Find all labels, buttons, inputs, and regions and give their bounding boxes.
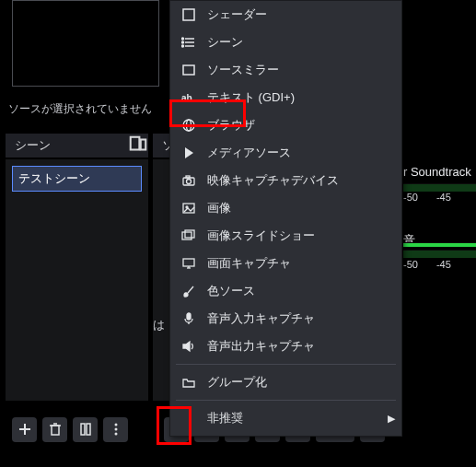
menu-item-display-capture[interactable]: 画面キャプチャ [170,250,401,277]
svg-text:ab: ab [181,93,192,103]
menu-label: 音声入力キャプチャ [207,310,401,327]
sources-title: ソ [162,137,169,154]
play-icon [181,146,196,160]
menu-label: 画像 [207,200,401,216]
svg-rect-4 [52,426,59,435]
list-icon [181,35,196,50]
status-text: ソースが選択されていません [8,98,156,120]
svg-rect-44 [185,230,194,238]
tick-value: -50 [403,259,418,270]
svg-rect-45 [183,259,194,266]
menu-label: 音声出力キャプチャ [207,338,401,355]
svg-rect-7 [81,424,85,435]
brush-icon [181,284,196,298]
menu-label: ブラウザ [207,117,401,134]
menu-label: シーン [207,34,401,51]
sources-list [153,159,169,401]
scenes-panel-header: シーン [6,134,148,158]
monitor-icon [181,256,196,271]
menu-item-source-mirror[interactable]: ソースミラー [170,56,401,84]
speaker-icon [181,339,196,354]
menu-item-color-source[interactable]: 色ソース [170,277,401,305]
scene-item-selected[interactable]: テストシーン [12,166,142,192]
menu-item-video-capture[interactable]: 映像キャプチャデバイス [170,167,401,194]
menu-separator [176,400,396,401]
svg-rect-32 [183,65,194,75]
menu-label: グループ化 [207,374,401,391]
svg-point-29 [182,38,184,40]
add-scene-button[interactable] [12,417,37,442]
svg-rect-25 [183,9,194,20]
folder-icon [181,375,196,390]
svg-point-11 [114,433,117,436]
svg-rect-49 [187,313,191,320]
svg-point-9 [114,424,117,426]
menu-label: シェーダー [207,6,401,23]
svg-point-30 [182,41,184,43]
scene-filters-button[interactable] [73,417,98,442]
menu-item-text-gdi[interactable]: ab テキスト (GDI+) [170,84,401,111]
scenes-title: シーン [15,137,128,154]
audio-meter-2 [403,250,476,258]
svg-rect-1 [141,139,146,149]
svg-rect-43 [182,232,192,239]
svg-rect-8 [87,424,90,435]
microphone-icon [181,311,196,326]
slideshow-icon [181,228,196,243]
audio-meter-1 [403,183,476,192]
sources-panel-header: ソ [153,134,169,158]
menu-label: 非推奨 [207,410,370,426]
menu-label: 画面キャプチャ [207,255,401,272]
menu-item-image[interactable]: 画像 [170,194,401,222]
shader-icon [181,7,196,22]
scenes-toolbar [12,415,128,443]
menu-item-deprecated[interactable]: 非推奨 ▶ [170,404,401,432]
menu-item-image-slideshow[interactable]: 画像スライドショー [170,222,401,250]
menu-item-media-source[interactable]: メディアソース [170,139,401,167]
menu-label: テキスト (GDI+) [207,89,401,106]
svg-marker-37 [185,147,193,158]
menu-label: 画像スライドショー [207,228,401,244]
scenes-list: テストシーン [6,159,148,401]
add-source-menu: シェーダー シーン ソースミラー ab テキスト (GDI+) ブラウザ メディ… [169,0,402,437]
svg-point-39 [187,180,192,184]
menu-label: ソースミラー [207,62,401,78]
camera-icon [181,173,196,188]
image-icon [181,201,196,216]
globe-icon [181,118,196,133]
tick-value: -45 [436,259,451,270]
menu-item-browser[interactable]: ブラウザ [170,111,401,139]
audio-ticks-1: -50 -45 [403,192,451,203]
menu-label: 色ソース [207,283,401,299]
text-icon: ab [181,90,196,105]
tick-value: -45 [436,192,451,203]
menu-label: メディアソース [207,145,401,161]
menu-item-shader[interactable]: シェーダー [170,1,401,29]
menu-item-audio-input[interactable]: 音声入力キャプチャ [170,305,401,333]
truncated-text: は [153,317,168,333]
delete-scene-button[interactable] [42,417,67,442]
menu-item-scene[interactable]: シーン [170,29,401,56]
audio-desktop-label: r Soundtrack [403,165,471,179]
svg-rect-40 [186,176,190,178]
svg-rect-0 [131,136,140,149]
menu-label: 映像キャプチャデバイス [207,172,401,189]
svg-point-10 [114,428,117,431]
tick-value: -50 [403,192,418,203]
menu-item-group[interactable]: グループ化 [170,368,401,396]
preview-area [12,0,159,87]
svg-line-48 [188,286,193,293]
menu-item-audio-output[interactable]: 音声出力キャプチャ [170,333,401,360]
dock-pop-out-icon[interactable] [128,134,148,158]
scene-more-button[interactable] [103,417,128,442]
mirror-icon [181,63,196,77]
audio-meter-2-active [403,242,476,247]
submenu-arrow-icon: ▶ [381,413,401,425]
svg-marker-51 [183,342,190,351]
menu-separator [176,364,396,365]
svg-point-31 [182,45,184,47]
audio-ticks-2: -50 -45 [403,259,451,270]
